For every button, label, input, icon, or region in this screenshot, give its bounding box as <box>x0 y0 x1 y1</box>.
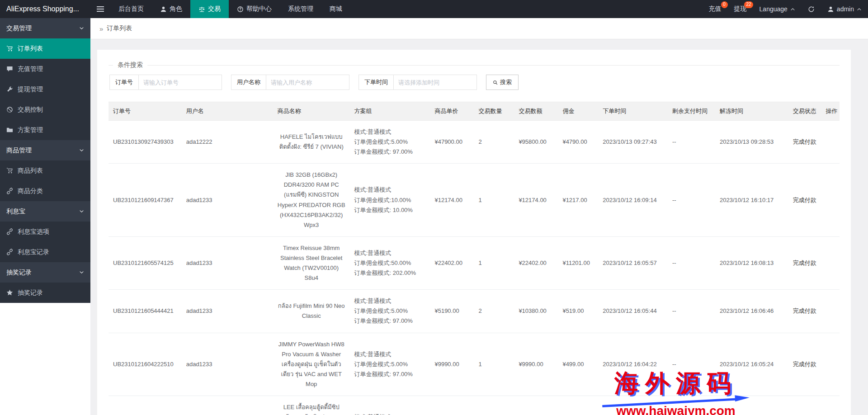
header-unit-price: 商品单价 <box>430 102 474 121</box>
tab-mall[interactable]: 商城 <box>321 0 350 18</box>
cell-status: 完成付款 <box>788 290 821 333</box>
cell-amount: ¥999.00 <box>514 396 558 415</box>
username-group: 用户名称 <box>231 75 349 90</box>
cell-quantity: 2 <box>474 121 514 164</box>
withdraw-badge: 22 <box>744 1 753 8</box>
sidebar-item-interest-records[interactable]: 利息宝记录 <box>0 242 90 262</box>
cell-unfreeze-time: 2023/10/12 16:06:46 <box>715 290 788 333</box>
sidebar-item-interest-options[interactable]: 利息宝选项 <box>0 222 90 242</box>
sidebar-item-order-list[interactable]: 订单列表 <box>0 38 90 59</box>
search-form: 订单号 用户名称 下单时间 搜索 <box>109 75 840 90</box>
cell-remaining-pay-time: -- <box>668 121 715 164</box>
sidebar-item-trade-control[interactable]: 交易控制 <box>0 99 90 120</box>
header-commission: 佣金 <box>558 102 598 121</box>
order-time-label: 下单时间 <box>359 75 394 90</box>
folder-icon <box>6 127 13 133</box>
cell-unit-price: ¥999.00 <box>430 396 474 415</box>
cell-action <box>821 164 840 237</box>
cell-action <box>821 236 840 289</box>
sidebar-item-product-list[interactable]: 商品列表 <box>0 160 90 181</box>
sidebar-group-trade-management[interactable]: 交易管理 <box>0 18 90 38</box>
cell-remaining-pay-time: -- <box>668 396 715 415</box>
cart-icon <box>6 45 13 52</box>
cell-order-no: UB2310121605574125 <box>108 236 182 289</box>
search-legend: 条件搜索 <box>113 61 147 69</box>
topbar-right: 充值 0 提现 22 Language admin <box>703 0 868 18</box>
cell-order-no: UB2310121550293861 <box>108 396 182 415</box>
link-icon <box>6 188 13 194</box>
sidebar-group-interest-treasure[interactable]: 利息宝 <box>0 201 90 222</box>
cell-quantity: 1 <box>474 396 514 415</box>
cell-order-time: 2023/10/12 15:50:29 <box>598 396 668 415</box>
tab-system-management[interactable]: 系统管理 <box>280 0 321 18</box>
cell-action <box>821 290 840 333</box>
search-button[interactable]: 搜索 <box>486 75 519 90</box>
cell-plan-group: 模式:普通模式 订单佣金模式:10.00% 订单金额模式: 10.00% <box>350 396 430 415</box>
cell-action <box>821 333 840 396</box>
order-no-input[interactable] <box>138 75 222 90</box>
cell-order-no: UB2310130927439303 <box>108 121 182 164</box>
cell-remaining-pay-time: -- <box>668 290 715 333</box>
table-row: UB2310121604222510 adad1233 JIMMY PowerW… <box>108 333 840 396</box>
cell-product-name: JIMMY PowerWash HW8 Pro Vacuum & Washer … <box>273 333 350 396</box>
withdraw-button[interactable]: 提现 22 <box>728 0 753 18</box>
content-area: » 订单列表 条件搜索 订单号 用户名称 <box>90 18 868 415</box>
username-input[interactable] <box>266 75 349 90</box>
cell-order-time: 2023/10/13 09:27:43 <box>598 121 668 164</box>
link-icon <box>6 249 13 255</box>
tab-help-center[interactable]: 帮助中心 <box>229 0 280 18</box>
refresh-icon <box>808 6 815 13</box>
chevron-up-icon <box>857 7 862 12</box>
cell-remaining-pay-time: -- <box>668 236 715 289</box>
sidebar-item-product-category[interactable]: 商品分类 <box>0 181 90 201</box>
tab-trade[interactable]: 交易 <box>190 0 229 18</box>
cell-quantity: 1 <box>474 333 514 396</box>
breadcrumb-label: 订单列表 <box>107 24 132 33</box>
recharge-badge: 0 <box>721 1 728 8</box>
recharge-button[interactable]: 充值 0 <box>703 0 728 18</box>
order-time-input[interactable] <box>393 75 477 90</box>
cell-commission: ¥11201.00 <box>558 236 598 289</box>
cell-product-name: HAFELE ไมโครเวฟแบบติดตั้งฝัง: ซีรีย์ 7 (… <box>273 121 350 164</box>
cell-status: 完成付款 <box>788 396 821 415</box>
sidebar-item-recharge-management[interactable]: 充值管理 <box>0 59 90 79</box>
tab-backend-home[interactable]: 后台首页 <box>110 0 152 18</box>
order-time-group: 下单时间 <box>359 75 477 90</box>
sidebar-group-lottery-records[interactable]: 抽奖记录 <box>0 262 90 283</box>
cell-amount: ¥12174.00 <box>514 164 558 237</box>
brand-title: AliExpress Shopping... <box>0 0 90 18</box>
tab-roles[interactable]: 角色 <box>152 0 190 18</box>
cell-username: ada12222 <box>182 121 273 164</box>
order-no-label: 订单号 <box>109 75 139 90</box>
orders-table: 订单号 用户名 商品名称 方案组 商品单价 交易数量 交易数额 佣金 下单时间 … <box>108 102 840 415</box>
sidebar-group-product-management[interactable]: 商品管理 <box>0 140 90 160</box>
user-icon <box>160 6 167 13</box>
table-header-row: 订单号 用户名 商品名称 方案组 商品单价 交易数量 交易数额 佣金 下单时间 … <box>108 102 840 121</box>
cell-order-time: 2023/10/12 16:05:44 <box>598 290 668 333</box>
top-menu: 后台首页 角色 交易 帮助中心 系统管理 商城 <box>110 0 350 18</box>
sidebar-item-plan-management[interactable]: 方案管理 <box>0 120 90 140</box>
sidebar-toggle-button[interactable] <box>90 0 110 18</box>
topbar: AliExpress Shopping... 后台首页 角色 交易 帮助中心 系… <box>0 0 868 18</box>
sidebar-menu: 交易管理 订单列表 充值管理 提现管理 交易控制 方案管理 <box>0 18 90 303</box>
table-row: UB2310121609147367 adad1233 JIB 32GB (16… <box>108 164 840 237</box>
language-dropdown[interactable]: Language <box>753 0 802 18</box>
cell-unit-price: ¥9990.00 <box>430 333 474 396</box>
admin-dropdown[interactable]: admin <box>821 0 868 18</box>
header-quantity: 交易数量 <box>474 102 514 121</box>
cell-unfreeze-time: 2023/10/12 15:51:32 <box>715 396 788 415</box>
cell-product-name: กล้อง Fujifilm Mini 90 Neo Classic <box>273 290 350 333</box>
sidebar-item-lottery-records[interactable]: 抽奖记录 <box>0 283 90 303</box>
username-label: 用户名称 <box>231 75 266 90</box>
header-order-no: 订单号 <box>108 102 182 121</box>
sidebar-item-withdraw-management[interactable]: 提现管理 <box>0 79 90 99</box>
cell-commission: ¥1217.00 <box>558 164 598 237</box>
cell-username: adad1233 <box>182 396 273 415</box>
cell-quantity: 2 <box>474 290 514 333</box>
header-order-time: 下单时间 <box>598 102 668 121</box>
refresh-button[interactable] <box>802 0 821 18</box>
cell-unfreeze-time: 2023/10/12 16:05:24 <box>715 333 788 396</box>
header-amount: 交易数额 <box>514 102 558 121</box>
cell-status: 完成付款 <box>788 236 821 289</box>
cell-unit-price: ¥5190.00 <box>430 290 474 333</box>
